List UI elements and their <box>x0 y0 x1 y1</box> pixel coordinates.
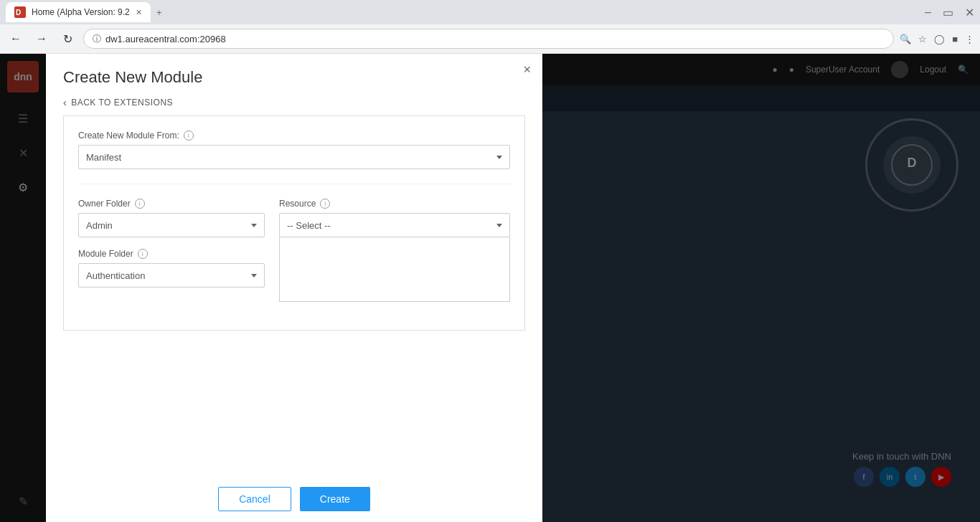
tab-title: Home (Alpha Version: 9.2 <box>32 7 130 17</box>
minimize-button[interactable]: – <box>925 6 931 19</box>
owner-folder-info-icon[interactable]: i <box>135 199 145 209</box>
resource-column: Resource i -- Select -- <box>279 199 510 315</box>
browser-toolbar: ← → ↻ ⓘ dw1.aureacentral.com:20968 🔍 ☆ ◯… <box>0 24 980 53</box>
browser-titlebar: D Home (Alpha Version: 9.2 ✕ + – ▭ ✕ <box>0 0 980 24</box>
url-text: dw1.aureacentral.com:20968 <box>105 34 226 44</box>
create-button[interactable]: Create <box>300 487 370 511</box>
close-window-button[interactable]: ✕ <box>965 6 974 19</box>
search-icon[interactable]: 🔍 <box>900 34 911 44</box>
modal-title: Create New Module <box>46 54 542 87</box>
toolbar-icons: 🔍 ☆ ◯ ■ ⋮ <box>900 34 974 44</box>
module-folder-info-icon[interactable]: i <box>138 249 148 259</box>
back-button[interactable]: ← <box>6 29 26 49</box>
new-tab-button[interactable]: + <box>151 4 168 21</box>
modal-body: ‹ BACK TO EXTENSIONS Create New Module F… <box>46 87 542 475</box>
create-from-select[interactable]: Manifest New <box>78 145 510 169</box>
resource-textarea[interactable] <box>279 237 510 302</box>
form-row-owner-resource: Owner Folder i Admin <box>78 199 510 315</box>
browser-tab[interactable]: D Home (Alpha Version: 9.2 ✕ <box>6 2 151 22</box>
forward-button[interactable]: → <box>32 29 52 49</box>
reload-button[interactable]: ↻ <box>57 29 77 49</box>
create-from-label: Create New Module From: i <box>78 130 510 141</box>
extensions-icon[interactable]: ■ <box>952 34 958 44</box>
resource-select-wrapper: -- Select -- <box>279 213 510 237</box>
browser-chrome: D Home (Alpha Version: 9.2 ✕ + – ▭ ✕ ← →… <box>0 0 980 54</box>
form-divider <box>78 184 510 184</box>
owner-folder-group: Owner Folder i Admin <box>78 199 265 237</box>
bookmark-icon[interactable]: ☆ <box>918 34 927 44</box>
module-folder-label: Module Folder i <box>78 249 265 259</box>
resource-group: Resource i -- Select -- <box>279 199 510 304</box>
owner-folder-select-wrapper: Admin <box>78 213 265 237</box>
back-arrow-icon: ‹ <box>63 97 67 108</box>
page-wrapper: dnn ☰ ✕ ⚙ ✎ ● ● SuperUser Account Logout… <box>0 54 980 522</box>
tab-favicon: D <box>14 6 26 18</box>
create-from-info-icon[interactable]: i <box>184 130 194 141</box>
tab-close-button[interactable]: ✕ <box>136 8 142 17</box>
maximize-button[interactable]: ▭ <box>943 6 953 19</box>
module-folder-select[interactable]: Authentication <box>78 263 265 288</box>
menu-icon[interactable]: ⋮ <box>965 34 974 44</box>
module-folder-select-wrapper: Authentication <box>78 263 265 288</box>
svg-text:D: D <box>16 9 21 16</box>
modal-close-button[interactable]: × <box>523 62 531 77</box>
lock-icon: ⓘ <box>93 33 101 45</box>
back-to-extensions-link[interactable]: ‹ BACK TO EXTENSIONS <box>63 87 525 115</box>
address-bar[interactable]: ⓘ dw1.aureacentral.com:20968 <box>83 29 894 49</box>
create-from-select-wrapper: Manifest New <box>78 145 510 169</box>
create-new-module-modal: × Create New Module ‹ BACK TO EXTENSIONS… <box>46 54 542 522</box>
resource-info-icon[interactable]: i <box>320 199 330 209</box>
owner-folder-select[interactable]: Admin <box>78 213 265 237</box>
owner-folder-column: Owner Folder i Admin <box>78 199 265 315</box>
profile-icon[interactable]: ◯ <box>934 34 945 44</box>
cancel-button[interactable]: Cancel <box>218 487 291 511</box>
owner-folder-label: Owner Folder i <box>78 199 265 209</box>
modal-footer: Cancel Create <box>46 475 542 522</box>
form-container: Create New Module From: i Manifest New <box>63 115 525 331</box>
module-folder-group: Module Folder i Authentication <box>78 249 265 288</box>
create-from-group: Create New Module From: i Manifest New <box>78 130 510 169</box>
window-controls: – ▭ ✕ <box>925 6 974 19</box>
back-label-text: BACK TO EXTENSIONS <box>71 98 173 108</box>
resource-select[interactable]: -- Select -- <box>279 213 510 237</box>
resource-label: Resource i <box>279 199 510 209</box>
